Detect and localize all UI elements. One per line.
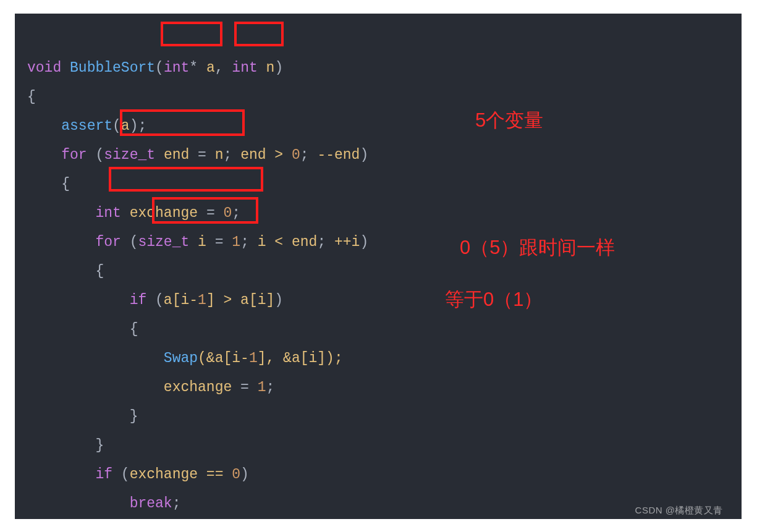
- annotation-o5: 0（5）跟时间一样: [460, 235, 615, 261]
- call-assert: assert: [61, 118, 112, 134]
- kw-int: int: [95, 205, 121, 221]
- kw-for-outer: for: [61, 147, 87, 163]
- kw-break: break: [130, 496, 172, 512]
- annotation-o1: 等于0（1）: [445, 287, 543, 313]
- watermark: CSDN @橘橙黄又青: [635, 505, 723, 517]
- call-swap: Swap: [164, 350, 198, 366]
- annotation-5-vars: 5个变量: [475, 108, 543, 133]
- code-block: void BubbleSort(int* a, int n) { assert(…: [27, 25, 742, 519]
- param-type-int: int: [232, 60, 257, 76]
- param-type-int-ptr: int: [164, 60, 189, 76]
- fn-bubblesort: BubbleSort: [70, 60, 155, 76]
- code-editor: void BubbleSort(int* a, int n) { assert(…: [15, 14, 742, 519]
- kw-if-exchange: if: [95, 467, 112, 483]
- kw-for-inner: for: [95, 234, 121, 250]
- kw-void: void: [27, 60, 61, 76]
- kw-if-compare: if: [130, 292, 147, 308]
